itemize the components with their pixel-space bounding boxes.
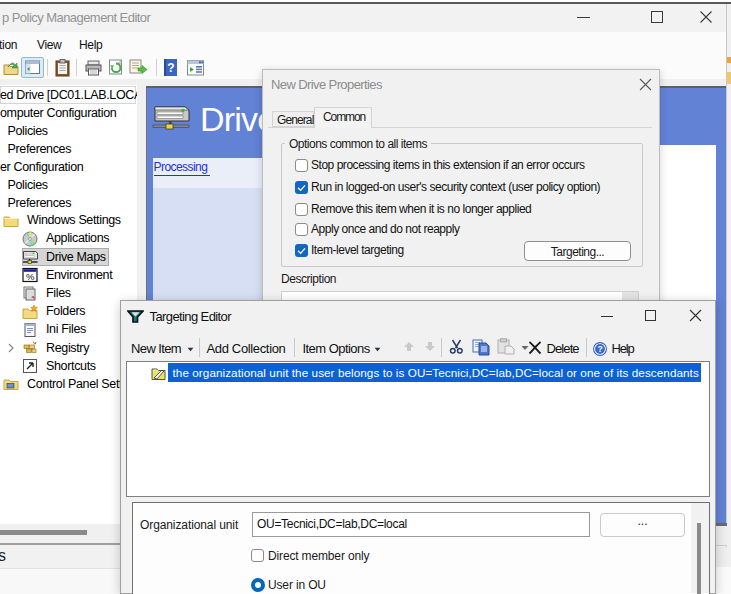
svg-text:?: ? (597, 344, 602, 354)
svg-text:?: ? (167, 61, 174, 75)
svg-text:%: % (26, 271, 35, 282)
